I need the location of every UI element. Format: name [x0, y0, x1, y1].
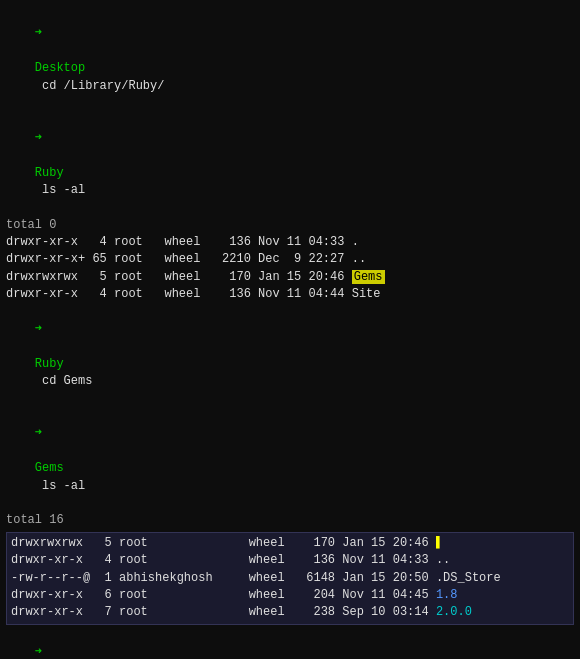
- terminal-window: ➜ Desktop cd /Library/Ruby/ ➜ Ruby ls -a…: [0, 0, 580, 659]
- cmd-4: ls -al: [35, 479, 85, 493]
- prompt-label-2: Ruby: [35, 166, 64, 180]
- prompt-arrow-4: ➜: [35, 426, 42, 440]
- prompt-arrow-1: ➜: [35, 26, 42, 40]
- ls-table: drwxrwxrwx 5 root wheel 170 Jan 15 20:46…: [6, 532, 574, 625]
- prompt-arrow-5: ➜: [35, 645, 42, 659]
- table-row-3: -rw-r--r--@ 1 abhishekghosh wheel 6148 J…: [7, 570, 573, 587]
- prompt-arrow-2: ➜: [35, 131, 42, 145]
- file-line-3: drwxrwxrwx 5 root wheel 170 Jan 15 20:46…: [6, 269, 574, 286]
- table-row-2: drwxr-xr-x 4 root wheel 136 Nov 11 04:33…: [7, 552, 573, 569]
- line-2: ➜ Ruby ls -al: [6, 112, 574, 216]
- file-line-2: drwxr-xr-x+ 65 root wheel 2210 Dec 9 22:…: [6, 251, 574, 268]
- prompt-label-4: Gems: [35, 461, 64, 475]
- line-1: ➜ Desktop cd /Library/Ruby/: [6, 8, 574, 112]
- prompt-label-1: Desktop: [35, 61, 85, 75]
- total-0: total 0: [6, 217, 574, 234]
- line-cd-home: ➜ Gems cd $HOME: [6, 627, 574, 659]
- table-row-5: drwxr-xr-x 7 root wheel 238 Sep 10 03:14…: [7, 604, 573, 621]
- cmd-1: cd /Library/Ruby/: [35, 79, 165, 93]
- cmd-3: cd Gems: [35, 374, 93, 388]
- line-cd-gems: ➜ Ruby cd Gems: [6, 304, 574, 408]
- prompt-arrow-3: ➜: [35, 322, 42, 336]
- line-ls-gems: ➜ Gems ls -al: [6, 408, 574, 512]
- cmd-2: ls -al: [35, 183, 85, 197]
- prompt-label-3: Ruby: [35, 357, 64, 371]
- file-line-1: drwxr-xr-x 4 root wheel 136 Nov 11 04:33…: [6, 234, 574, 251]
- total-16: total 16: [6, 512, 574, 529]
- gems-highlight: Gems: [352, 270, 385, 284]
- table-row-4: drwxr-xr-x 6 root wheel 204 Nov 11 04:45…: [7, 587, 573, 604]
- table-row-1: drwxrwxrwx 5 root wheel 170 Jan 15 20:46…: [7, 535, 573, 552]
- file-line-4: drwxr-xr-x 4 root wheel 136 Nov 11 04:44…: [6, 286, 574, 303]
